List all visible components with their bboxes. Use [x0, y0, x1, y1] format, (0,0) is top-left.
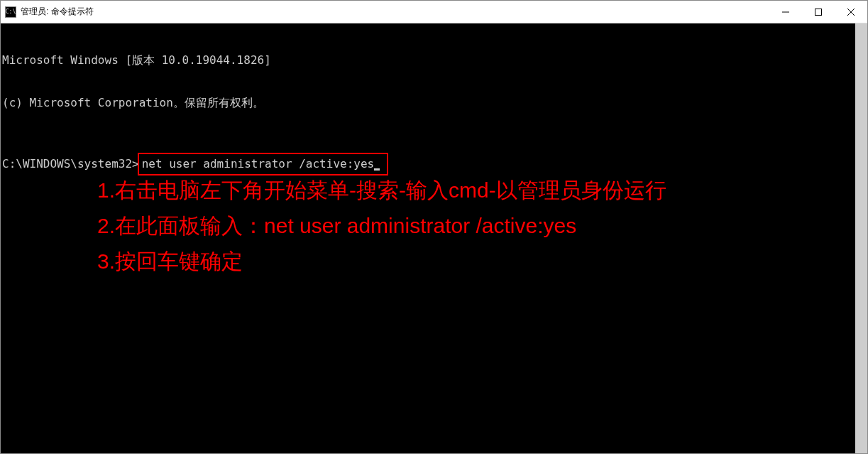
console-area: Microsoft Windows [版本 10.0.19044.1826] (…: [1, 23, 867, 453]
cmd-window: C:\ 管理员: 命令提示符 Microsoft Windows [版本 10.…: [0, 0, 868, 454]
annotation-line-3: 3.按回车键确定: [97, 244, 666, 279]
minimize-button[interactable]: [769, 1, 802, 23]
console-header-line-2: (c) Microsoft Corporation。保留所有权利。: [2, 96, 854, 110]
close-button[interactable]: [835, 1, 867, 23]
annotation-line-2: 2.在此面板输入：net user administrator /active:…: [97, 208, 666, 244]
maximize-button[interactable]: [802, 1, 835, 23]
titlebar[interactable]: C:\ 管理员: 命令提示符: [1, 1, 867, 23]
prompt-prefix: C:\WINDOWS\system32>: [2, 157, 139, 171]
command-text: net user administrator /active:yes: [142, 157, 375, 171]
close-icon: [847, 9, 855, 16]
cmd-icon: C:\: [5, 6, 16, 18]
console[interactable]: Microsoft Windows [版本 10.0.19044.1826] (…: [1, 23, 855, 453]
window-title: 管理员: 命令提示符: [21, 6, 94, 18]
annotation-overlay: 1.右击电脑左下角开始菜单-搜索-输入cmd-以管理员身份运行 2.在此面板输入…: [97, 173, 666, 279]
cursor: [374, 168, 380, 171]
maximize-icon: [815, 9, 822, 16]
window-controls: [769, 1, 867, 23]
svg-rect-1: [815, 9, 822, 15]
annotation-line-1: 1.右击电脑左下角开始菜单-搜索-输入cmd-以管理员身份运行: [97, 173, 666, 208]
scrollbar-thumb[interactable]: [855, 23, 867, 453]
console-header-line-1: Microsoft Windows [版本 10.0.19044.1826]: [2, 53, 854, 67]
vertical-scrollbar[interactable]: [855, 23, 867, 453]
cmd-icon-text: C:\: [6, 9, 16, 15]
minimize-icon: [782, 9, 789, 16]
